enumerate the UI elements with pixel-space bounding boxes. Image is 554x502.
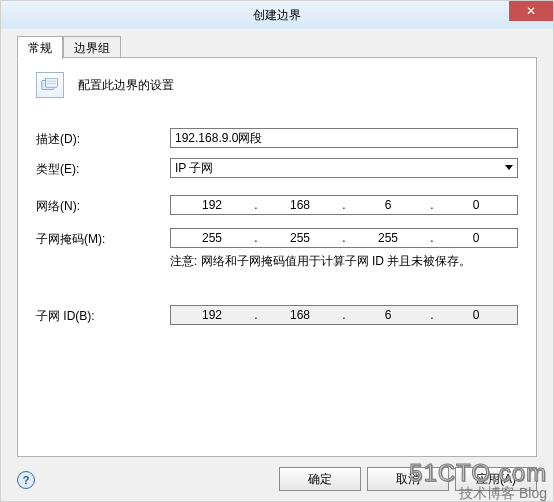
network-octet-4[interactable]: 0 (435, 196, 517, 214)
subnetid-octet-3: 6 (347, 306, 429, 324)
mask-octet-2[interactable]: 255 (259, 229, 341, 247)
mask-octet-3[interactable]: 255 (347, 229, 429, 247)
window-title: 创建边界 (1, 7, 553, 24)
dialog-buttons: 确定 取消 应用(A) (273, 467, 537, 491)
subnetid-octet-1: 192 (171, 306, 253, 324)
network-input[interactable]: 192. 168. 6. 0 (170, 195, 518, 215)
client-area: 常规 边界组 配置此边界的设置 描述(D): 192.168.9 (1, 29, 553, 501)
close-icon: ✕ (526, 4, 536, 18)
tab-panel-general: 配置此边界的设置 描述(D): 192.168.9.0网段 类型(E): IP … (17, 57, 537, 457)
description-value: 192.168.9.0网段 (175, 130, 262, 147)
help-button[interactable]: ? (17, 471, 35, 489)
network-octet-2[interactable]: 168 (259, 196, 341, 214)
network-octet-1[interactable]: 192 (171, 196, 253, 214)
cancel-button[interactable]: 取消 (367, 467, 449, 491)
mask-octet-4[interactable]: 0 (435, 229, 517, 247)
help-icon: ? (23, 474, 30, 486)
apply-button[interactable]: 应用(A) (455, 467, 537, 491)
type-select[interactable]: IP 子网 (170, 158, 518, 178)
boundary-icon (36, 72, 64, 98)
label-subnet-id: 子网 ID(B): (36, 308, 95, 325)
close-button[interactable]: ✕ (509, 1, 553, 21)
label-subnet-mask: 子网掩码(M): (36, 231, 105, 248)
type-value: IP 子网 (175, 160, 213, 177)
panel-caption: 配置此边界的设置 (78, 77, 174, 94)
label-type: 类型(E): (36, 161, 79, 178)
network-octet-3[interactable]: 6 (347, 196, 429, 214)
mask-octet-1[interactable]: 255 (171, 229, 253, 247)
description-input[interactable]: 192.168.9.0网段 (170, 128, 518, 148)
subnet-id-display: 192. 168. 6. 0 (170, 305, 518, 325)
panel-header: 配置此边界的设置 (36, 72, 174, 98)
ok-button[interactable]: 确定 (279, 467, 361, 491)
subnetid-octet-2: 168 (259, 306, 341, 324)
svg-rect-1 (46, 78, 58, 87)
tab-general[interactable]: 常规 (17, 36, 63, 60)
label-network: 网络(N): (36, 198, 80, 215)
subnet-mask-input[interactable]: 255. 255. 255. 0 (170, 228, 518, 248)
window: 创建边界 ✕ 常规 边界组 配置此边界的设置 (0, 0, 554, 502)
subnetid-octet-4: 0 (435, 306, 517, 324)
chevron-down-icon (505, 165, 513, 170)
label-description: 描述(D): (36, 131, 80, 148)
titlebar: 创建边界 ✕ (1, 1, 553, 30)
note-text: 注意: 网络和子网掩码值用于计算子网 ID 并且未被保存。 (170, 253, 518, 270)
